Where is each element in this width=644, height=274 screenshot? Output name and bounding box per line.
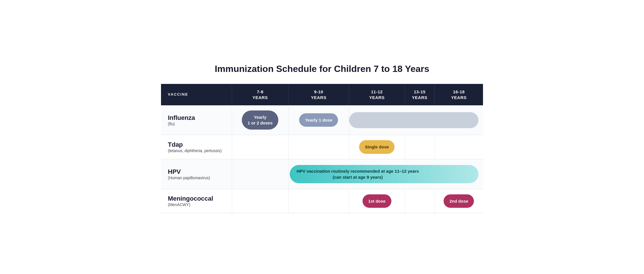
influenza-pill-7-8: Yearly1 or 2 doses [242,110,278,130]
influenza-dose-7-8: Yearly1 or 2 doses [232,105,288,135]
mening-pill-2nd: 2nd dose [444,194,474,208]
tdap-dose-7-8 [232,135,288,159]
vaccine-name-cell-meningococcal: Meningococcal (MenACWY) [161,189,232,213]
page-title: Immunization Schedule for Children 7 to … [161,61,483,77]
hpv-dose-7-8 [232,159,288,189]
influenza-dose-9-10: Yearly 1 dose [288,105,349,135]
vaccine-subtitle-tdap: (tetanus, diphtheria, pertussis) [168,148,230,153]
vaccine-name-cell-hpv: HPV (Human papillomavirus) [161,159,232,189]
influenza-pill-9-10: Yearly 1 dose [299,113,338,127]
tdap-dose-9-10 [288,135,349,159]
vaccine-name-tdap: Tdap [168,141,230,148]
hpv-bar-text: HPV vaccination routinely recommended at… [297,168,419,180]
tdap-dose-16-18 [434,135,483,159]
influenza-gray-bar [349,112,478,128]
table-row-meningococcal: Meningococcal (MenACWY) 1st dose 2nd dos… [161,189,483,213]
vaccine-column-header: VACCINE [161,84,232,105]
influenza-bar-11-18 [349,105,483,135]
tdap-pill-11-12: Single dose [359,140,395,154]
age-col-13-15: 13-15YEARS [405,84,434,105]
vaccine-name-influenza: Influenza [168,114,230,122]
age-col-7-8: 7-8YEARS [232,84,288,105]
mening-dose-16-18: 2nd dose [434,189,483,213]
mening-dose-11-12: 1st dose [349,189,405,213]
table-row-tdap: Tdap (tetanus, diphtheria, pertussis) Si… [161,135,483,159]
tdap-dose-11-12: Single dose [349,135,405,159]
table-row-hpv: HPV (Human papillomavirus) HPV vaccinati… [161,159,483,189]
mening-dose-7-8 [232,189,288,213]
vaccine-subtitle-hpv: (Human papillomavirus) [168,176,230,180]
table-row-influenza: Influenza (flu) Yearly1 or 2 doses Yearl… [161,105,483,135]
age-col-11-12: 11-12YEARS [349,84,405,105]
vaccine-name-hpv: HPV [168,168,230,176]
mening-dose-13-15 [405,189,434,213]
age-col-16-18: 16-18YEARS [434,84,483,105]
hpv-bar-9-18: HPV vaccination routinely recommended at… [288,159,483,189]
vaccine-subtitle-meningococcal: (MenACWY) [168,202,230,207]
mening-dose-9-10 [288,189,349,213]
vaccine-name-cell-influenza: Influenza (flu) [161,105,232,135]
hpv-teal-bar: HPV vaccination routinely recommended at… [290,165,478,183]
table-header-row: VACCINE 7-8YEARS 9-10YEARS 11-12YEARS 13… [161,84,483,105]
tdap-dose-13-15 [405,135,434,159]
mening-pill-1st: 1st dose [363,194,391,208]
schedule-table: VACCINE 7-8YEARS 9-10YEARS 11-12YEARS 13… [161,84,483,213]
immunization-schedule: Immunization Schedule for Children 7 to … [161,61,483,213]
age-col-9-10: 9-10YEARS [288,84,349,105]
vaccine-name-meningococcal: Meningococcal [168,195,230,202]
vaccine-subtitle-influenza: (flu) [168,122,230,126]
vaccine-name-cell-tdap: Tdap (tetanus, diphtheria, pertussis) [161,135,232,159]
